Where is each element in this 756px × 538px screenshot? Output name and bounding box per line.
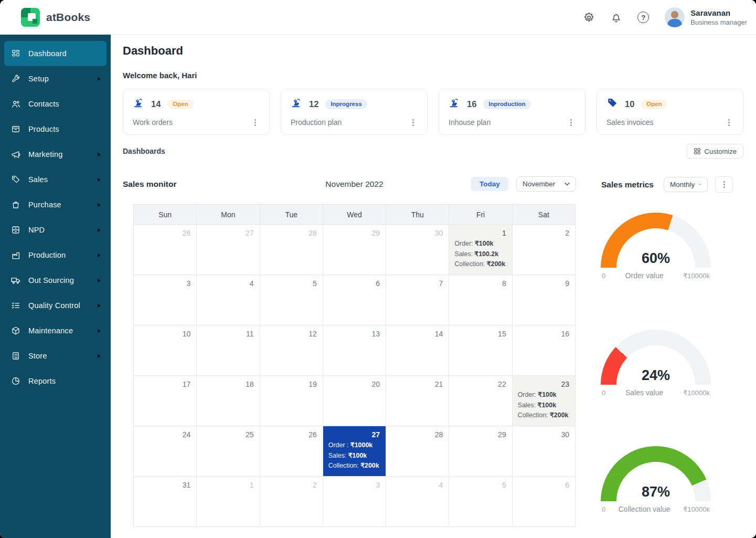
today-button[interactable]: Today [471, 177, 508, 191]
calendar-cell[interactable]: 13 [323, 325, 386, 375]
stat-card-production-plan[interactable]: 12InprogressProduction plan [281, 89, 428, 135]
period-select[interactable]: Monthly [664, 177, 708, 192]
card-kebab-button[interactable] [250, 118, 260, 127]
sidebar-item-maintenance[interactable]: Maintenance [4, 318, 107, 343]
sidebar-item-store[interactable]: Store [4, 343, 107, 368]
sidebar-item-dashboard[interactable]: Dashboard [4, 41, 107, 66]
sidebar-item-products[interactable]: Products [4, 117, 107, 142]
calendar-cell[interactable]: 28 [260, 225, 323, 275]
sidebar-item-contacts[interactable]: Contacts [4, 91, 107, 117]
main-content: Dashboard Welcome back, Hari 14OpenWork … [111, 35, 756, 538]
calendar-cell[interactable]: 3 [323, 477, 386, 526]
chevron-right-icon [97, 303, 101, 308]
stat-card-inhouse-plan[interactable]: 16InproductionInhouse plan [439, 89, 585, 135]
chevron-right-icon [97, 203, 101, 207]
day-number: 4 [197, 275, 259, 289]
calendar-cell[interactable]: 8 [449, 275, 512, 325]
calendar-cell[interactable]: 16 [513, 325, 575, 375]
calendar-cell[interactable]: 26 [134, 225, 197, 275]
calendar-cell[interactable]: 3 [134, 275, 197, 325]
calendar-cell[interactable]: 23Order: ₹100kSales: ₹100kCollection: ₹2… [513, 376, 575, 426]
day-number: 3 [134, 275, 196, 289]
gauge: 60% [601, 213, 711, 268]
stat-label: Production plan [291, 118, 342, 126]
calendar-cell[interactable]: 25 [197, 426, 260, 476]
day-number: 5 [449, 477, 512, 491]
calendar-cell[interactable]: 27 [197, 225, 260, 275]
calendar-cell[interactable]: 4 [386, 477, 449, 526]
gauge-order-value: 60% 0 Order value ₹10000k [595, 213, 716, 280]
calendar-cell[interactable]: 9 [513, 275, 575, 325]
robot-arm-icon [133, 97, 144, 111]
calendar-event: Order: ₹100k [513, 390, 575, 400]
calendar-cell[interactable]: 14 [386, 325, 449, 375]
calendar-cell-selected[interactable]: 27Order : ₹1000kSales: ₹100kCollection: … [323, 426, 386, 476]
calendar-cell[interactable]: 22 [449, 376, 512, 426]
stat-card-sales-invoices[interactable]: 10OpenSales invoices [597, 89, 743, 135]
calendar-cell[interactable]: 19 [260, 376, 323, 426]
metrics-kebab-button[interactable] [715, 176, 733, 193]
calendar-cell[interactable]: 1Order: ₹100kSales: ₹100.2kCollection: ₹… [449, 225, 512, 275]
calendar-cell[interactable]: 31 [134, 477, 197, 526]
notifications-bell-icon[interactable] [608, 9, 624, 25]
customize-button[interactable]: Customize [687, 144, 743, 159]
card-kebab-button[interactable] [724, 118, 733, 127]
day-header: Wed [323, 205, 386, 224]
app-window: atBooks ? [0, 0, 756, 538]
sidebar-item-label: Store [28, 352, 47, 360]
sidebar-item-sales[interactable]: Sales [4, 167, 107, 192]
day-number: 24 [134, 426, 196, 440]
calendar-cell[interactable]: 2 [513, 225, 575, 275]
user-menu[interactable]: Saravanan Business manager [665, 7, 747, 27]
settings-gear-icon[interactable] [581, 9, 597, 25]
calendar-cell[interactable]: 10 [134, 325, 197, 375]
calendar-cell[interactable]: 4 [197, 275, 260, 325]
calendar-cell[interactable]: 5 [260, 275, 323, 325]
brand[interactable]: atBooks [21, 8, 90, 27]
sidebar-item-quality-control[interactable]: Quality Control [4, 293, 107, 318]
day-number: 31 [134, 477, 196, 491]
help-icon[interactable]: ? [635, 9, 651, 25]
chevron-right-icon [97, 354, 101, 358]
gauge: 87% [601, 446, 711, 501]
calendar-cell[interactable]: 29 [323, 225, 386, 275]
month-select[interactable]: November [516, 176, 576, 192]
day-number: 2 [513, 225, 575, 239]
calendar-cell[interactable]: 15 [449, 325, 512, 375]
calendar-cell[interactable]: 28 [386, 426, 449, 476]
sidebar-item-reports[interactable]: Reports [4, 368, 107, 394]
calendar-cell[interactable]: 2 [260, 477, 323, 526]
calendar-cell[interactable]: 20 [323, 376, 386, 426]
calendar-cell[interactable]: 1 [197, 477, 260, 526]
sidebar-item-setup[interactable]: Setup [4, 66, 107, 91]
stat-card-work-orders[interactable]: 14OpenWork orders [123, 89, 270, 135]
sidebar-item-out-sourcing[interactable]: Out Sourcing [4, 268, 107, 293]
calendar-cell[interactable]: 5 [449, 477, 512, 526]
card-kebab-button[interactable] [408, 118, 418, 127]
sidebar-item-purchase[interactable]: Purchase [4, 192, 107, 217]
calendar-event: Collection: ₹200k [513, 410, 575, 421]
card-kebab-button[interactable] [566, 118, 576, 127]
day-number: 1 [197, 477, 259, 491]
calendar-cell[interactable]: 21 [386, 376, 449, 426]
calendar-cell[interactable]: 30 [513, 426, 575, 476]
calendar-cell[interactable]: 29 [449, 426, 512, 476]
calendar-cell[interactable]: 6 [513, 477, 575, 526]
calendar-day-headers: SunMonTueWedThuFriSat [134, 205, 575, 225]
calendar-cell[interactable]: 24 [134, 426, 197, 476]
day-number: 30 [513, 426, 575, 440]
calendar-cell[interactable]: 7 [386, 275, 449, 325]
calendar-cell[interactable]: 11 [197, 325, 260, 375]
calendar-cell[interactable]: 12 [260, 325, 323, 375]
sidebar-item-production[interactable]: Production [4, 242, 107, 268]
day-number: 26 [134, 225, 196, 239]
day-number: 30 [386, 225, 449, 239]
calendar-cell[interactable]: 17 [134, 376, 197, 426]
dashboards-label: Dashboards [123, 147, 165, 155]
sidebar-item-marketing[interactable]: Marketing [4, 142, 107, 167]
sidebar-item-npd[interactable]: NPD [4, 217, 107, 242]
calendar-cell[interactable]: 18 [197, 376, 260, 426]
calendar-cell[interactable]: 26 [260, 426, 323, 476]
calendar-cell[interactable]: 6 [323, 275, 386, 325]
calendar-cell[interactable]: 30 [386, 225, 449, 275]
